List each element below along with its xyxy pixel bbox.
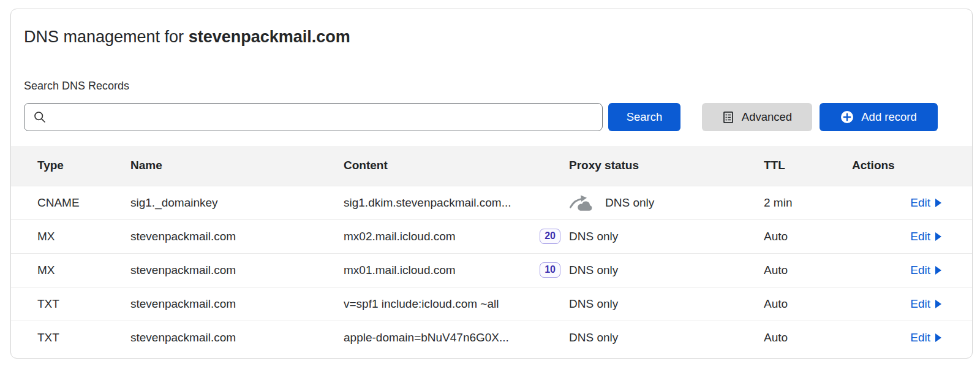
record-content: apple-domain=bNuV47n6G0X... [344, 331, 509, 344]
record-ttl: Auto [764, 287, 852, 321]
table-row: TXT stevenpackmail.com apple-domain=bNuV… [11, 321, 972, 354]
plus-circle-icon [840, 110, 854, 124]
record-ttl: Auto [764, 219, 852, 253]
column-header-actions: Actions [852, 146, 972, 186]
column-header-content: Content [344, 146, 569, 186]
record-name: stevenpackmail.com [130, 287, 344, 321]
edit-link[interactable]: Edit [910, 331, 941, 344]
chevron-right-icon [935, 232, 941, 241]
edit-link-label: Edit [910, 196, 930, 210]
edit-link[interactable]: Edit [910, 264, 941, 277]
table-row: MX stevenpackmail.com mx01.mail.icloud.c… [11, 253, 972, 287]
mx-priority-badge: 10 [540, 262, 560, 278]
table-row: MX stevenpackmail.com mx02.mail.icloud.c… [11, 219, 972, 253]
record-name: stevenpackmail.com [130, 253, 344, 287]
search-dns-records-label: Search DNS Records [24, 79, 972, 93]
column-header-ttl: TTL [764, 146, 852, 186]
edit-link-label: Edit [910, 331, 930, 344]
table-header-row: Type Name Content Proxy status TTL Actio… [11, 146, 972, 186]
record-content: mx02.mail.icloud.com [344, 230, 456, 243]
search-box[interactable] [24, 103, 603, 131]
mx-priority-badge: 20 [540, 229, 560, 244]
search-button[interactable]: Search [608, 103, 680, 131]
chevron-right-icon [935, 266, 941, 275]
page-title: DNS management for stevenpackmail.com [24, 26, 972, 47]
table-row: CNAME sig1._domainkey sig1.dkim.stevenpa… [11, 186, 972, 219]
column-header-proxy-status: Proxy status [569, 146, 764, 186]
record-type: MX [11, 219, 130, 253]
dns-management-card: DNS management for stevenpackmail.com Se… [10, 9, 973, 359]
record-ttl: 2 min [764, 186, 852, 219]
chevron-right-icon [935, 300, 941, 308]
edit-link-label: Edit [910, 297, 930, 311]
list-document-icon [722, 111, 734, 124]
record-type: CNAME [11, 186, 130, 219]
record-type: TXT [11, 287, 130, 321]
dns-records-table: Type Name Content Proxy status TTL Actio… [11, 146, 972, 354]
proxy-status: DNS only [569, 230, 618, 243]
advanced-button[interactable]: Advanced [702, 103, 812, 131]
chevron-right-icon [935, 199, 941, 207]
record-content: v=spf1 include:icloud.com ~all [344, 297, 499, 311]
edit-link[interactable]: Edit [910, 297, 941, 311]
record-name: stevenpackmail.com [130, 219, 344, 253]
column-header-name: Name [130, 146, 344, 186]
search-icon [34, 111, 46, 123]
record-name: sig1._domainkey [130, 186, 344, 219]
advanced-button-label: Advanced [742, 112, 792, 123]
edit-link-label: Edit [910, 230, 930, 243]
record-content: sig1.dkim.stevenpackmail.com... [344, 196, 511, 210]
column-header-type: Type [11, 146, 130, 186]
edit-link[interactable]: Edit [910, 230, 941, 243]
proxy-status: DNS only [569, 297, 618, 311]
record-ttl: Auto [764, 321, 852, 354]
proxy-status: DNS only [569, 264, 618, 277]
search-input[interactable] [46, 104, 602, 131]
toolbar: Search Advanced Add record [24, 103, 972, 131]
table-row: TXT stevenpackmail.com v=spf1 include:ic… [11, 287, 972, 321]
dns-only-cloud-icon [569, 194, 595, 211]
edit-link-label: Edit [910, 264, 930, 277]
record-ttl: Auto [764, 253, 852, 287]
record-type: TXT [11, 321, 130, 354]
add-record-button[interactable]: Add record [820, 103, 938, 131]
page-title-domain: stevenpackmail.com [189, 28, 350, 46]
proxy-status: DNS only [605, 196, 654, 210]
edit-link[interactable]: Edit [910, 196, 941, 210]
proxy-status: DNS only [569, 331, 618, 344]
page-title-prefix: DNS management for [24, 28, 189, 46]
add-record-button-label: Add record [861, 112, 917, 123]
record-type: MX [11, 253, 130, 287]
record-name: stevenpackmail.com [130, 321, 344, 354]
record-content: mx01.mail.icloud.com [344, 264, 456, 277]
chevron-right-icon [935, 333, 941, 342]
